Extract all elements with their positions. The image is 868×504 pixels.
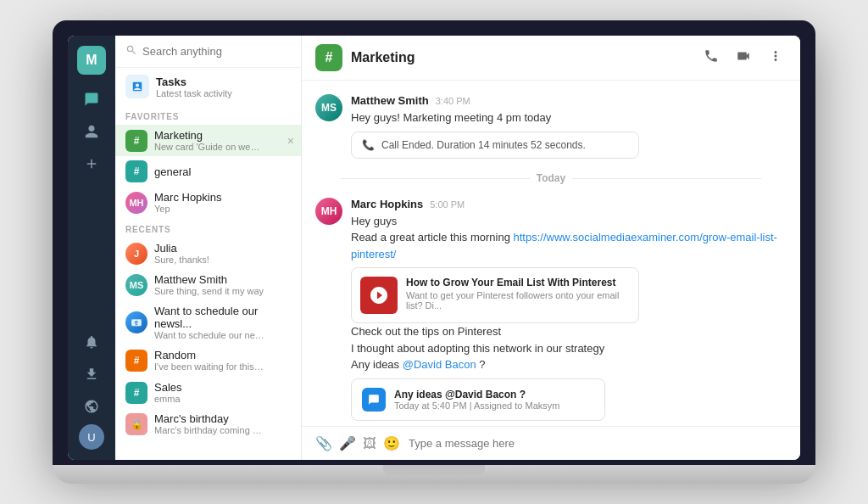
channel-header-icon: # [315,44,342,71]
chat-input[interactable] [409,437,787,450]
laptop-wrapper: M U [53,20,815,484]
msg-avatar-marc: MH [315,198,342,225]
marcs-birthday-icon: 🔒 [125,413,147,435]
newsletter-preview: Want to schedule our newslet... [154,330,264,340]
article-link[interactable]: https://www.socialmediaexaminer.com/grow… [351,231,777,260]
sidebar-user-avatar-bottom[interactable]: U [79,424,104,450]
sidebar-item-julia[interactable]: J Julia Sure, thanks! [115,238,301,269]
lp-desc: Want to get your Pinterest followers ont… [406,290,630,311]
close-marketing-btn[interactable]: × [287,134,294,148]
phone-ended-icon: 📞 [362,139,375,151]
today-divider: Today [315,172,787,184]
input-actions: 📎 🎤 🖼 🙂 [315,435,400,451]
sidebar-download-btn[interactable] [77,360,106,389]
random-preview: I've been waiting for this 😄 [154,361,264,372]
sidebar-item-general[interactable]: # general [115,156,301,187]
marc-hopkins-preview: Yep [154,204,221,214]
link-preview: How to Grow Your Email List With Pintere… [351,267,639,323]
sidebar-item-marketing[interactable]: # Marketing New card 'Guide on website o… [115,125,301,156]
msg-sender-1: Matthew Smith [351,94,429,107]
message-row: MS Matthew Smith 3:40 PM Hey guys! Marke… [315,94,787,159]
user-avatar-main[interactable]: M [77,46,106,75]
newsletter-name: Want to schedule our newsl... [154,305,291,330]
tc-title: Any ideas @David Bacon ? [394,389,559,400]
recents-section-label: RECENTS [115,218,301,238]
msg-extra-1: Check out the tips on Pinterest [351,323,787,340]
sales-channel-icon: # [125,382,147,404]
sales-preview: emma [154,394,182,404]
sidebar-bell-btn[interactable] [77,328,106,356]
sales-name: Sales [154,381,182,394]
search-bar [115,36,301,68]
general-channel-name: general [154,165,191,178]
msg-text-1: Hey guys! Marketing meeting 4 pm today [351,109,787,126]
sidebar-item-random[interactable]: # Random I've been waiting for this 😄 [115,344,301,377]
tasks-label: Tasks [156,76,232,88]
phone-btn[interactable] [700,45,722,71]
sidebar-item-matthew-smith[interactable]: MS Matthew Smith Sure thing, send it my … [115,269,301,300]
call-ended-text: Call Ended. Duration 14 minutes 52 secon… [381,139,586,151]
task-card-text: Any ideas @David Bacon ? Today at 5:40 P… [394,389,559,411]
favorites-section-label: FAVORITES [115,105,301,125]
matthew-smith-preview: Sure thing, send it my way [154,286,264,296]
msg-link-line: Read a great article this morning https:… [351,229,787,262]
search-input[interactable] [142,45,291,58]
msg-text-2: Hey guys [351,213,787,230]
call-ended-box: 📞 Call Ended. Duration 14 minutes 52 sec… [351,132,639,159]
app-container: M U [68,36,800,460]
marcs-birthday-preview: Marc's birthday coming soon. [154,425,264,435]
julia-name: Julia [154,242,209,255]
julia-preview: Sure, thanks! [154,255,209,265]
sidebar-item-marcs-birthday[interactable]: 🔒 Marc's birthday Marc's birthday coming… [115,408,301,440]
msg-time-1: 3:40 PM [436,96,470,106]
chat-title: Marketing [351,50,692,65]
task-card-icon [362,388,386,412]
attach-icon[interactable]: 📎 [315,435,332,451]
search-icon [125,44,137,59]
chat-header: # Marketing [302,36,800,81]
marketing-channel-preview: New card 'Guide on website o... [154,142,264,152]
chat-input-bar: 📎 🎤 🖼 🙂 [302,426,800,460]
sidebar-item-sales[interactable]: # Sales emma [115,377,301,408]
marcs-birthday-name: Marc's birthday [154,412,264,425]
header-actions [700,45,787,71]
link-preview-text: How to Grow Your Email List With Pintere… [406,277,630,311]
marc-hopkins-name: Marc Hopkins [154,191,221,204]
task-card: Any ideas @David Bacon ? Today at 5:40 P… [351,378,605,421]
general-channel-icon: # [125,160,147,182]
sidebar-item-newsletter[interactable]: 📧 Want to schedule our newsl... Want to … [115,300,301,344]
msg-avatar-matthews: MS [315,94,342,121]
sidebar-icons: M U [68,36,115,460]
mention-david: @David Bacon [403,358,476,371]
msg-content-2: Marc Hopkins 5:00 PM Hey guys Read a gre… [351,198,787,421]
marc-hopkins-avatar: MH [125,192,147,214]
msg-content-1: Matthew Smith 3:40 PM Hey guys! Marketin… [351,94,787,159]
matthew-smith-avatar: MS [125,274,147,296]
sidebar-globe-btn[interactable] [77,392,106,421]
video-btn[interactable] [732,45,754,71]
mic-icon[interactable]: 🎤 [339,435,356,451]
msg-extra-2: I thought about adopting this network in… [351,340,787,357]
sidebar-contacts-btn[interactable] [77,117,106,146]
image-icon[interactable]: 🖼 [363,436,376,451]
marketing-channel-name: Marketing [154,129,264,142]
message-row: MH Marc Hopkins 5:00 PM Hey guys Read a … [315,198,787,421]
emoji-icon[interactable]: 🙂 [383,435,400,451]
sidebar-add-btn[interactable] [77,149,106,178]
laptop-base [53,465,815,484]
random-name: Random [154,349,264,361]
sidebar-chat-btn[interactable] [77,85,106,114]
tasks-item[interactable]: Tasks Latest task activity [115,68,301,105]
marketing-channel-icon: # [125,130,147,152]
tasks-icon [125,75,149,98]
julia-avatar: J [125,243,147,265]
newsletter-avatar: 📧 [125,311,147,333]
more-options-btn[interactable] [765,45,787,71]
msg-sender-2: Marc Hopkins [351,198,423,210]
matthew-smith-name: Matthew Smith [154,273,264,286]
msg-extra-3: Any ideas @David Bacon ? [351,356,787,373]
link-preview-img [360,277,398,314]
msg-time-2: 5:00 PM [430,199,465,210]
sidebar-item-marc-hopkins[interactable]: MH Marc Hopkins Yep [115,187,301,218]
main-chat: # Marketing [302,36,800,460]
